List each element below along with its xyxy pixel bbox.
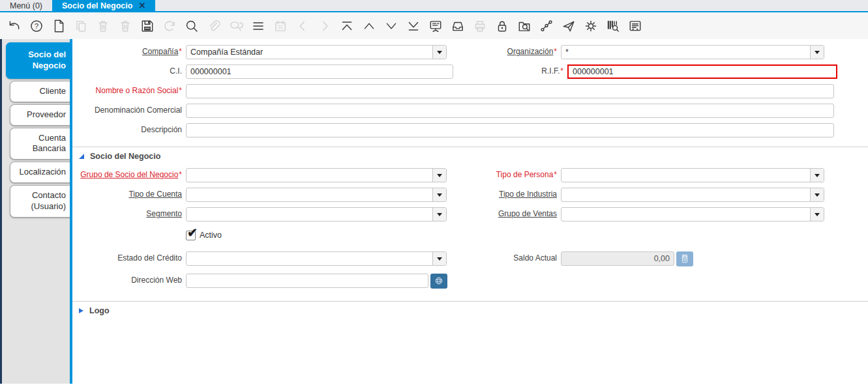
toolbar-settings-button[interactable] <box>580 16 601 36</box>
toolbar-undo-button[interactable] <box>4 16 25 36</box>
tipo-industria-label-link[interactable]: Tipo de Industria <box>499 190 557 199</box>
previous-record-icon <box>362 19 376 33</box>
saldo-actual-input <box>561 251 674 266</box>
estado-credito-combo-button[interactable] <box>432 252 446 265</box>
tipo-persona-combo-button[interactable] <box>810 169 824 182</box>
quick-form-icon <box>628 19 642 33</box>
tipo-cuenta-label-link[interactable]: Tipo de Cuenta <box>128 190 182 199</box>
sidebar-tab-socio-del-negocio[interactable]: Socio del Negocio <box>6 42 72 79</box>
tab-socio-del-negocio[interactable]: Socio del Negocio ✕ <box>52 0 155 11</box>
sidebar-tab-contacto-usuario[interactable]: Contacto (Usuario) <box>10 185 72 218</box>
toolbar-lock-button[interactable] <box>492 16 513 36</box>
ci-input[interactable] <box>186 64 453 79</box>
sidebar-tab-localizacion[interactable]: Localización <box>10 162 72 183</box>
tipo-persona-combo[interactable] <box>561 168 824 182</box>
tipo-persona-label: Tipo de Persona* <box>447 171 557 179</box>
chevron-down-icon <box>815 213 820 216</box>
chevron-down-icon <box>437 193 442 197</box>
grupo-label-link[interactable]: Grupo de Socio del Negocio <box>80 170 178 179</box>
compania-combo-button[interactable] <box>432 46 446 59</box>
collapse-triangle-icon <box>79 154 84 159</box>
nombre-label: Nombre o Razón Social* <box>72 87 182 95</box>
tipo-cuenta-combo[interactable] <box>186 188 447 202</box>
form-row-direccion-web: Dirección Web <box>72 271 868 291</box>
tipo-cuenta-combo-button[interactable] <box>432 188 446 201</box>
toolbar-grid-toggle-button[interactable] <box>248 16 269 36</box>
tipo-industria-combo-button[interactable] <box>810 188 824 201</box>
estado-credito-combo[interactable] <box>186 251 447 266</box>
toolbar-next-record-button[interactable] <box>381 16 402 36</box>
sidebar-tab-cliente[interactable]: Cliente <box>10 81 72 102</box>
organizacion-combo[interactable]: * <box>561 45 824 59</box>
toolbar-share-button[interactable] <box>558 16 579 36</box>
toolbar-help-button[interactable]: ? <box>26 16 47 36</box>
lock-icon <box>495 19 509 33</box>
workflow-icon <box>539 19 554 33</box>
close-icon[interactable]: ✕ <box>138 1 145 10</box>
compania-label-link[interactable]: Compañía <box>142 47 178 56</box>
share-icon <box>561 19 576 33</box>
saldo-actual-label: Saldo Actual <box>447 254 557 263</box>
grupo-ventas-label-link[interactable]: Grupo de Ventas <box>498 209 557 218</box>
toolbar-last-record-button[interactable] <box>403 16 424 36</box>
save-icon <box>140 19 155 33</box>
check-icon: ✔ <box>187 225 198 240</box>
toolbar-save-button[interactable] <box>137 16 158 36</box>
direccion-web-input[interactable] <box>186 274 428 288</box>
organizacion-label-link[interactable]: Organización <box>507 47 554 56</box>
rif-input[interactable] <box>567 64 837 79</box>
nombre-input[interactable] <box>186 84 834 98</box>
toolbar-workflow-button[interactable] <box>536 16 557 36</box>
print-icon <box>473 19 487 33</box>
segmento-combo-button[interactable] <box>432 208 446 221</box>
toolbar-report-button[interactable] <box>425 16 446 36</box>
chevron-down-icon <box>815 174 820 177</box>
zoom-across-icon <box>517 19 531 33</box>
section-header-socio-del-negocio[interactable]: Socio del Negocio <box>72 147 868 165</box>
grupo-ventas-combo-button[interactable] <box>810 208 824 221</box>
toolbar-history-back-button <box>292 16 313 36</box>
toolbar-product-info-button[interactable] <box>603 16 623 36</box>
compania-combo[interactable]: Compañía Estándar <box>186 45 447 59</box>
grupo-ventas-combo[interactable] <box>561 207 824 221</box>
segmento-combo[interactable] <box>186 207 447 221</box>
tab-menu[interactable]: Menú (0) <box>0 0 52 11</box>
chevron-down-icon <box>437 174 442 177</box>
compania-label: Compañía* <box>72 48 182 56</box>
toolbar-quick-form-button[interactable] <box>625 16 646 36</box>
toolbar: ? 31 <box>0 12 868 39</box>
denominacion-input[interactable] <box>186 104 834 118</box>
calculator-button[interactable] <box>676 251 693 266</box>
form-row-grupo-tipopersona: Grupo de Socio del Negocio* Tipo de Pers… <box>72 165 868 185</box>
compania-combo-value: Compañía Estándar <box>187 46 432 59</box>
form-row-segmento-grupoventas: Segmento Grupo de Ventas <box>72 205 868 224</box>
new-record-icon <box>52 19 66 33</box>
calculator-icon <box>680 253 690 264</box>
tab-active-label: Socio del Negocio <box>62 1 132 10</box>
descripcion-input[interactable] <box>186 123 834 137</box>
segmento-label-link[interactable]: Segmento <box>146 209 182 218</box>
open-url-button[interactable] <box>430 274 447 289</box>
grupo-combo-button[interactable] <box>432 169 446 182</box>
last-record-icon <box>406 19 421 33</box>
delete-record-icon <box>96 19 110 33</box>
form-row-denominacion: Denominación Comercial <box>72 101 868 121</box>
toolbar-new-record-button[interactable] <box>48 16 69 36</box>
form-row-ci-rif: C.I. R.I.F.* <box>72 62 868 81</box>
ci-label: C.I. <box>72 67 182 76</box>
chevron-down-icon <box>815 193 820 197</box>
activo-checkbox[interactable]: ✔ <box>186 231 196 240</box>
toolbar-first-record-button[interactable] <box>337 16 357 36</box>
organizacion-combo-button[interactable] <box>810 46 824 59</box>
grupo-combo[interactable] <box>186 168 447 182</box>
toolbar-zoom-across-button[interactable] <box>514 16 535 36</box>
estado-credito-label: Estado del Crédito <box>72 254 182 263</box>
toolbar-archive-button[interactable] <box>447 16 468 36</box>
tipo-industria-combo[interactable] <box>561 188 824 202</box>
section-header-logo[interactable]: Logo <box>72 302 868 320</box>
toolbar-find-button[interactable] <box>181 16 202 36</box>
sidebar-tab-proveedor[interactable]: Proveedor <box>10 104 72 126</box>
sidebar-tab-cuenta-bancaria[interactable]: Cuenta Bancaria <box>10 128 72 160</box>
expand-triangle-icon <box>79 308 83 313</box>
toolbar-previous-record-button[interactable] <box>359 16 380 36</box>
